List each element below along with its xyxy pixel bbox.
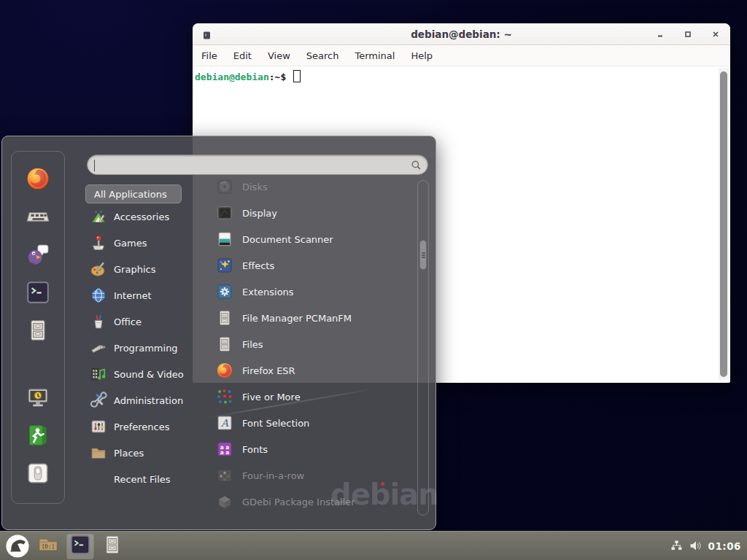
maximize-button[interactable] (682, 28, 694, 40)
taskbar-app-buttons: [D:] (32, 533, 128, 559)
programming-icon (90, 339, 107, 357)
display-icon (216, 204, 233, 222)
app-item-file-manager-pcmanfm[interactable]: File Manager PCManFM (209, 305, 417, 331)
category-programming[interactable]: Programming (85, 335, 206, 361)
menubar-item-file[interactable]: File (195, 47, 224, 64)
taskbar-app-folder-d[interactable]: [D:] (34, 533, 62, 559)
app-label: Firefox ESR (242, 365, 295, 376)
menubar-item-view[interactable]: View (261, 47, 297, 64)
taskbar-app-file-cabinet[interactable] (98, 533, 126, 559)
terminal-prompt: debian@debian:~$ (195, 70, 301, 82)
favorite-file-cabinet[interactable] (26, 319, 50, 344)
file-cabinet-icon (101, 534, 123, 559)
svg-text:A: A (220, 417, 229, 429)
speaker-tray-icon[interactable] (689, 540, 702, 552)
shutdown-button[interactable] (26, 462, 50, 487)
extensions-icon (216, 283, 233, 300)
administration-icon (90, 392, 107, 409)
logout-button[interactable] (26, 424, 50, 449)
effects-icon (216, 257, 233, 274)
app-item-display[interactable]: Display (209, 200, 417, 226)
menu-scrollbar-thumb[interactable] (419, 240, 427, 270)
all-applications-button[interactable]: All Applications (85, 184, 182, 203)
terminal-dark-icon (69, 534, 91, 559)
category-label: Graphics (114, 264, 155, 275)
taskbar-app-terminal-dark-active[interactable] (66, 533, 94, 559)
app-item-gdebi-package-installer: GDebi Package Installer (209, 489, 417, 515)
category-preferences[interactable]: Preferences (85, 413, 206, 440)
fonts-icon: a aa a (216, 440, 233, 458)
menubar-item-search[interactable]: Search (300, 47, 346, 64)
app-label: Four-in-a-row (242, 470, 304, 481)
terminal-scrollbar-track[interactable] (719, 68, 729, 380)
app-label: Five or More (242, 392, 301, 402)
menubar-item-terminal[interactable]: Terminal (348, 47, 401, 64)
document-scanner-icon (216, 230, 233, 248)
menu-scrollbar-track[interactable] (417, 180, 429, 516)
category-administration[interactable]: Administration (85, 387, 206, 413)
category-games[interactable]: Games (85, 230, 206, 256)
menubar-item-edit[interactable]: Edit (227, 47, 258, 64)
app-item-fonts[interactable]: a aa aFonts (209, 436, 417, 462)
category-label: Preferences (114, 421, 169, 432)
menu-launcher-button[interactable] (3, 532, 32, 560)
category-list: AccessoriesGamesGraphicsInternetOfficePr… (85, 203, 206, 492)
app-item-five-or-more[interactable]: Five or More (209, 384, 417, 410)
favorites-list (12, 168, 64, 344)
app-item-firefox-esr[interactable]: Firefox ESR (209, 357, 417, 384)
app-item-effects[interactable]: Effects (209, 252, 417, 279)
category-label: Accessories (114, 211, 169, 222)
category-places[interactable]: Places (85, 440, 206, 466)
terminal-scrollbar-thumb[interactable] (720, 71, 727, 377)
search-input[interactable] (88, 155, 427, 174)
taskbar-left: [D:] (0, 532, 128, 560)
firefox-icon (26, 166, 50, 194)
lock-screen-button[interactable] (26, 386, 50, 411)
network-tray-icon[interactable] (670, 540, 683, 552)
keyboard-icon (26, 204, 50, 232)
svg-text:a a: a a (220, 449, 230, 456)
app-item-font-selection[interactable]: AFont Selection (209, 410, 417, 436)
category-label: Programming (114, 343, 178, 354)
favorite-pidgin[interactable] (26, 244, 50, 268)
category-recent-files[interactable]: Recent Files (85, 466, 206, 492)
app-label: Font Selection (242, 418, 309, 429)
category-graphics[interactable]: Graphics (85, 256, 206, 282)
app-label: Effects (242, 260, 274, 271)
gdebi-icon (216, 493, 233, 510)
graphics-icon (90, 260, 107, 278)
system-tray: 01:06 (670, 540, 747, 552)
category-internet[interactable]: Internet (85, 282, 206, 308)
session-buttons (12, 386, 64, 487)
favorite-terminal-dark[interactable] (26, 281, 50, 306)
lock-screen-icon (26, 385, 50, 413)
close-button[interactable] (710, 28, 721, 40)
folder-d-icon: [D:] (37, 534, 59, 559)
favorites-panel (11, 151, 65, 504)
logout-icon (26, 423, 50, 451)
app-label: Display (242, 208, 277, 219)
app-item-files[interactable]: Files (209, 331, 417, 357)
favorite-firefox[interactable] (26, 168, 50, 192)
all-applications-label: All Applications (94, 189, 167, 200)
app-item-document-scanner[interactable]: Document Scanner (209, 226, 417, 252)
category-sound-video[interactable]: Sound & Video (85, 361, 206, 387)
app-label: Files (242, 339, 263, 350)
category-accessories[interactable]: Accessories (85, 203, 206, 230)
category-label: Office (114, 316, 142, 327)
places-folder-icon (90, 444, 107, 462)
category-label: Places (114, 448, 144, 459)
menubar-item-help[interactable]: Help (404, 47, 439, 64)
app-item-extensions[interactable]: Extensions (209, 279, 417, 305)
search-box (87, 155, 428, 175)
clock[interactable]: 01:06 (708, 540, 741, 552)
favorite-keyboard[interactable] (26, 206, 50, 230)
terminal-titlebar[interactable]: debian@debian: ~ (193, 23, 730, 45)
minimize-button[interactable] (654, 28, 666, 40)
application-menu: debian All Applications AccessoriesGames… (1, 136, 436, 530)
category-label: Administration (114, 395, 183, 406)
category-office[interactable]: Office (85, 308, 206, 335)
menu-logo-icon (5, 534, 30, 559)
category-label: Internet (114, 290, 152, 301)
app-label: GDebi Package Installer (242, 497, 355, 508)
